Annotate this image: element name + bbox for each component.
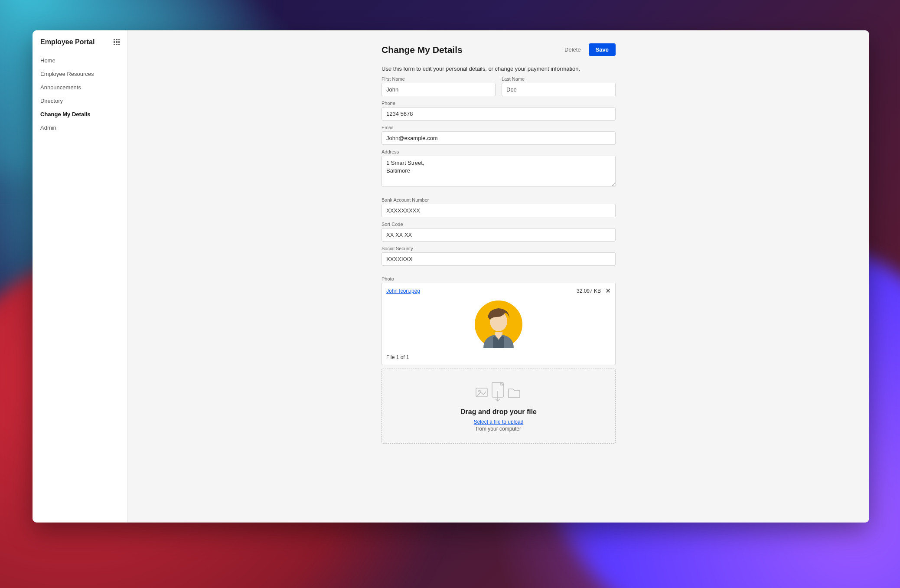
social-security-label: Social Security (382, 246, 616, 251)
avatar-icon (475, 301, 522, 348)
intro-text: Use this form to edit your personal deta… (382, 65, 616, 72)
dropzone-subtext: from your computer (386, 426, 611, 432)
upload-icon (475, 380, 522, 402)
sidebar-item-employee-resources[interactable]: Employee Resources (33, 67, 127, 81)
dropzone-title: Drag and drop your file (386, 408, 611, 416)
dropzone-select-link[interactable]: Select a file to upload (474, 419, 524, 425)
email-label: Email (382, 125, 616, 130)
sidebar-item-home[interactable]: Home (33, 54, 127, 67)
svg-point-3 (479, 390, 480, 392)
page-title: Change My Details (382, 45, 463, 55)
photo-filesize: 32.097 KB (577, 288, 601, 294)
first-name-label: First Name (382, 76, 496, 82)
bank-account-field[interactable] (382, 204, 616, 217)
address-label: Address (382, 149, 616, 154)
bank-account-label: Bank Account Number (382, 197, 616, 203)
last-name-field[interactable] (502, 83, 616, 96)
phone-label: Phone (382, 101, 616, 106)
sidebar-item-directory[interactable]: Directory (33, 94, 127, 108)
delete-button[interactable]: Delete (563, 44, 583, 56)
remove-photo-icon[interactable]: ✕ (605, 287, 611, 294)
save-button[interactable]: Save (589, 43, 616, 56)
photo-filename-link[interactable]: John Icon.jpeg (386, 288, 420, 294)
social-security-field[interactable] (382, 252, 616, 266)
sidebar-item-change-my-details[interactable]: Change My Details (33, 108, 127, 121)
avatar-preview (386, 294, 611, 354)
last-name-label: Last Name (502, 76, 616, 82)
sidebar: Employee Portal Home Employee Resources … (33, 30, 128, 523)
photo-card: John Icon.jpeg 32.097 KB ✕ (382, 283, 616, 365)
sort-code-label: Sort Code (382, 222, 616, 227)
sidebar-title: Employee Portal (40, 38, 95, 46)
address-field[interactable] (382, 156, 616, 187)
sidebar-item-admin[interactable]: Admin (33, 121, 127, 134)
app-window: Employee Portal Home Employee Resources … (33, 30, 869, 523)
apps-grid-icon[interactable] (114, 39, 120, 45)
main-content: Change My Details Delete Save Use this f… (128, 30, 869, 523)
photo-count: File 1 of 1 (386, 354, 611, 360)
sidebar-item-announcements[interactable]: Announcements (33, 81, 127, 94)
first-name-field[interactable] (382, 83, 496, 96)
email-field[interactable] (382, 131, 616, 145)
photo-label: Photo (382, 276, 616, 281)
phone-field[interactable] (382, 107, 616, 121)
sidebar-nav: Home Employee Resources Announcements Di… (33, 54, 127, 134)
sort-code-field[interactable] (382, 228, 616, 242)
dropzone[interactable]: Drag and drop your file Select a file to… (382, 369, 616, 444)
